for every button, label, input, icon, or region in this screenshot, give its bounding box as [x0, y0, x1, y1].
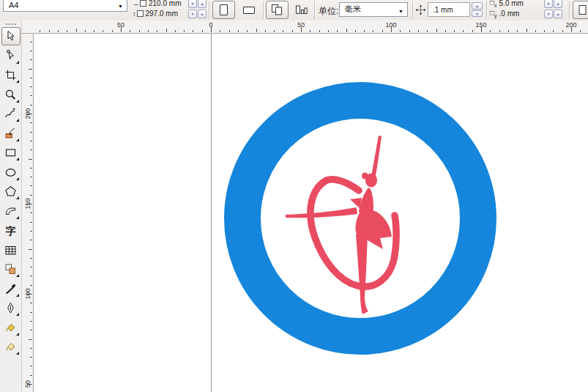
ruler-tick [67, 30, 67, 32]
ruler-tick [30, 258, 32, 259]
spin-down-button[interactable]: ▼ [544, 10, 553, 18]
tool-shape-tool[interactable] [1, 47, 21, 65]
tool-zoom-tool[interactable] [1, 86, 21, 104]
ruler-tick [544, 30, 545, 32]
paper-width-field[interactable]: ↔ 210.0 mm [133, 0, 181, 8]
ruler-label: 0 [204, 21, 218, 29]
ruler-label: 150 [23, 198, 32, 210]
current-page-button[interactable] [290, 1, 313, 19]
ruler-tick [29, 249, 32, 250]
tool-eyedropper-tool[interactable] [1, 280, 21, 298]
ruler-tick [30, 59, 32, 60]
ruler-tick [30, 42, 32, 42]
ruler-tick [463, 30, 464, 32]
ruler-tick [30, 312, 32, 313]
ruler-tick [30, 141, 32, 141]
tool-ellipse-tool[interactable] [1, 163, 21, 182]
tool-blend-tool[interactable] [1, 260, 21, 278]
ruler-tick [30, 212, 32, 213]
ruler-tick [337, 30, 338, 32]
landscape-icon [243, 7, 255, 14]
tool-interactive-fill-tool[interactable] [1, 338, 21, 356]
ruler-tick [30, 168, 32, 169]
ruler-tick [40, 30, 40, 32]
ruler-tick [490, 30, 491, 32]
horizontal-ruler[interactable]: 50050100150200 [22, 21, 588, 34]
tool-crop-tool[interactable] [1, 66, 21, 84]
ruler-tick [373, 30, 373, 32]
ruler-tick [553, 30, 554, 32]
dancer-hair-bun [362, 173, 368, 180]
ruler-tick [112, 30, 113, 32]
dropdown-arrow-icon[interactable]: ▼ [398, 9, 403, 14]
flyout-indicator [16, 333, 19, 336]
ruler-tick [157, 30, 157, 32]
ruler-tick [427, 30, 428, 32]
ruler-tick [30, 240, 32, 240]
ruler-tick [30, 330, 32, 330]
tool-pick-tool[interactable] [1, 27, 21, 45]
canvas[interactable] [34, 34, 588, 392]
tool-text-tool[interactable]: 字 [1, 221, 21, 240]
landscape-orientation-button[interactable] [237, 1, 260, 19]
ruler-tick [30, 195, 32, 196]
spin-down-button[interactable]: ▼ [188, 10, 197, 18]
ruler-tick [229, 30, 230, 32]
tool-rectangle-tool[interactable] [1, 144, 21, 162]
paper-width-spinner: ▼▲ [188, 0, 206, 8]
ruler-tick [472, 30, 473, 32]
ruler-tick [580, 30, 581, 32]
ruler-tick [29, 69, 32, 70]
ruler-tick [508, 30, 509, 32]
toolbox-grip[interactable] [6, 23, 16, 25]
dropdown-arrow-icon[interactable]: ▼ [118, 4, 123, 9]
spin-up-button[interactable]: ▲ [554, 10, 562, 18]
units-dropdown[interactable]: 毫米 ▼ [339, 2, 408, 17]
paper-width-value: 210.0 mm [149, 0, 181, 7]
ruler-tick [247, 30, 248, 32]
ruler-tick [130, 30, 130, 32]
ruler-tick [175, 30, 176, 32]
ruler-tick [30, 95, 32, 96]
duplicate-distance-x-field[interactable]: □x 5.0 mm [490, 0, 524, 8]
spin-down-button[interactable]: ▼ [472, 10, 483, 18]
duplicate-x-spinner: ▼▲ [544, 0, 562, 8]
toolbox: 字 [0, 21, 22, 392]
flyout-indicator [16, 177, 19, 180]
nudge-spinner: ▲ ▼ [472, 2, 483, 17]
paper-size-value: A4 [9, 1, 18, 10]
nudge-distance-value: .1 mm [433, 6, 453, 14]
all-pages-button[interactable] [266, 1, 289, 19]
duplicate-distance-y-field[interactable]: □y .0 mm [490, 9, 519, 18]
ruler-tick [30, 222, 32, 223]
tool-polygon-tool[interactable] [1, 182, 21, 201]
tool-table-tool[interactable] [1, 241, 21, 259]
page-options-icon [578, 4, 588, 15]
ruler-tick [292, 30, 293, 32]
ruler-tick [274, 30, 275, 32]
spin-down-button[interactable]: ▼ [544, 0, 553, 8]
spin-up-button[interactable]: ▲ [472, 2, 483, 10]
tool-smart-fill-tool[interactable] [1, 125, 21, 143]
vertical-ruler[interactable]: 20015010050 [22, 34, 34, 392]
portrait-orientation-button[interactable] [212, 1, 235, 19]
tool-freehand-tool[interactable] [1, 105, 21, 123]
ruler-tick [103, 30, 103, 32]
current-page-icon [295, 4, 308, 16]
nudge-distance-field[interactable]: .1 mm [428, 2, 470, 17]
flyout-indicator [16, 196, 19, 199]
dance-logo-artwork[interactable] [224, 82, 496, 355]
spin-down-button[interactable]: ▼ [188, 0, 197, 8]
ruler-tick [445, 30, 446, 32]
flyout-indicator [16, 61, 19, 64]
spin-up-button[interactable]: ▲ [554, 0, 562, 8]
spin-up-button[interactable]: ▲ [198, 0, 206, 8]
tool-basic-shapes-tool[interactable] [1, 202, 21, 221]
options-button[interactable] [573, 1, 588, 19]
tool-outline-pen-tool[interactable] [1, 299, 21, 317]
paper-size-dropdown[interactable]: A4 ▼ [3, 0, 127, 12]
tool-fill-tool[interactable] [1, 319, 21, 337]
paper-height-field[interactable]: ↕ 297.0 mm [133, 9, 178, 18]
spin-up-button[interactable]: ▲ [198, 10, 206, 18]
flyout-indicator [16, 313, 19, 316]
